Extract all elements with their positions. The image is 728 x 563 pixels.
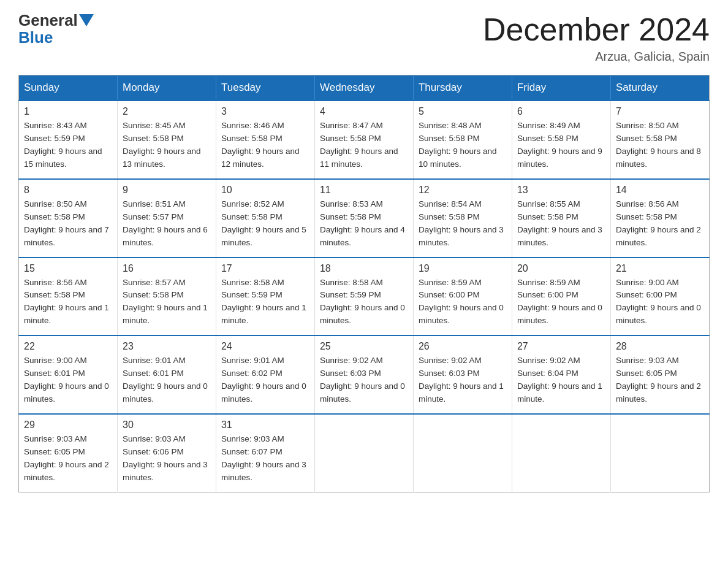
day-info: Sunrise: 8:46 AMSunset: 5:58 PMDaylight:… — [221, 120, 309, 171]
day-number: 31 — [221, 419, 309, 431]
day-info: Sunrise: 8:50 AMSunset: 5:58 PMDaylight:… — [616, 120, 704, 171]
weekday-header-tuesday: Tuesday — [216, 75, 314, 101]
day-number: 10 — [221, 185, 309, 196]
day-info: Sunrise: 8:52 AMSunset: 5:58 PMDaylight:… — [221, 198, 309, 250]
day-number: 29 — [24, 419, 112, 431]
weekday-header-wednesday: Wednesday — [314, 75, 413, 101]
day-info: Sunrise: 8:45 AMSunset: 5:58 PMDaylight:… — [123, 120, 211, 171]
day-info: Sunrise: 8:49 AMSunset: 5:58 PMDaylight:… — [517, 120, 605, 171]
day-number: 5 — [419, 106, 507, 117]
day-info: Sunrise: 8:59 AMSunset: 6:00 PMDaylight:… — [517, 277, 605, 328]
calendar-cell: 29 Sunrise: 9:03 AMSunset: 6:05 PMDaylig… — [19, 414, 118, 492]
day-info: Sunrise: 9:03 AMSunset: 6:05 PMDaylight:… — [24, 433, 112, 484]
day-info: Sunrise: 8:55 AMSunset: 5:58 PMDaylight:… — [517, 198, 605, 250]
calendar-cell: 20 Sunrise: 8:59 AMSunset: 6:00 PMDaylig… — [512, 258, 610, 336]
calendar-cell: 24 Sunrise: 9:01 AMSunset: 6:02 PMDaylig… — [216, 335, 314, 414]
day-number: 16 — [123, 263, 211, 274]
day-number: 26 — [419, 341, 507, 352]
day-info: Sunrise: 8:56 AMSunset: 5:58 PMDaylight:… — [616, 198, 704, 250]
calendar-cell: 2 Sunrise: 8:45 AMSunset: 5:58 PMDayligh… — [117, 101, 216, 179]
calendar-cell: 8 Sunrise: 8:50 AMSunset: 5:58 PMDayligh… — [19, 179, 118, 258]
calendar-cell: 28 Sunrise: 9:03 AMSunset: 6:05 PMDaylig… — [610, 335, 709, 414]
calendar-cell: 6 Sunrise: 8:49 AMSunset: 5:58 PMDayligh… — [512, 101, 610, 179]
day-number: 4 — [320, 106, 408, 117]
calendar-cell: 25 Sunrise: 9:02 AMSunset: 6:03 PMDaylig… — [314, 335, 413, 414]
calendar-table: SundayMondayTuesdayWednesdayThursdayFrid… — [18, 75, 710, 492]
calendar-cell: 7 Sunrise: 8:50 AMSunset: 5:58 PMDayligh… — [610, 101, 709, 179]
calendar-cell: 19 Sunrise: 8:59 AMSunset: 6:00 PMDaylig… — [413, 258, 512, 336]
day-number: 28 — [616, 341, 704, 352]
calendar-cell: 4 Sunrise: 8:47 AMSunset: 5:58 PMDayligh… — [314, 101, 413, 179]
day-number: 30 — [123, 419, 211, 431]
day-info: Sunrise: 8:48 AMSunset: 5:58 PMDaylight:… — [419, 120, 507, 171]
weekday-header-saturday: Saturday — [610, 75, 709, 101]
calendar-week-row: 29 Sunrise: 9:03 AMSunset: 6:05 PMDaylig… — [19, 414, 710, 492]
day-info: Sunrise: 9:03 AMSunset: 6:06 PMDaylight:… — [123, 433, 211, 484]
calendar-cell: 31 Sunrise: 9:03 AMSunset: 6:07 PMDaylig… — [216, 414, 314, 492]
calendar-cell: 23 Sunrise: 9:01 AMSunset: 6:01 PMDaylig… — [117, 335, 216, 414]
day-number: 8 — [24, 185, 112, 196]
weekday-header-sunday: Sunday — [19, 75, 118, 101]
day-info: Sunrise: 8:53 AMSunset: 5:58 PMDaylight:… — [320, 198, 408, 250]
day-info: Sunrise: 9:01 AMSunset: 6:01 PMDaylight:… — [123, 354, 211, 406]
weekday-header-thursday: Thursday — [413, 75, 512, 101]
day-info: Sunrise: 8:47 AMSunset: 5:58 PMDaylight:… — [320, 120, 408, 171]
day-number: 3 — [221, 106, 309, 117]
page-header: General Blue December 2024 Arzua, Galici… — [18, 12, 710, 64]
calendar-cell: 11 Sunrise: 8:53 AMSunset: 5:58 PMDaylig… — [314, 179, 413, 258]
day-number: 25 — [320, 341, 408, 352]
day-number: 9 — [123, 185, 211, 196]
day-info: Sunrise: 8:43 AMSunset: 5:59 PMDaylight:… — [24, 120, 112, 171]
weekday-header-row: SundayMondayTuesdayWednesdayThursdayFrid… — [19, 75, 710, 101]
day-number: 24 — [221, 341, 309, 352]
calendar-cell: 17 Sunrise: 8:58 AMSunset: 5:59 PMDaylig… — [216, 258, 314, 336]
calendar-cell — [610, 414, 709, 492]
day-number: 2 — [123, 106, 211, 117]
day-number: 15 — [24, 263, 112, 274]
logo-triangle-icon — [79, 14, 94, 26]
calendar-cell: 21 Sunrise: 9:00 AMSunset: 6:00 PMDaylig… — [610, 258, 709, 336]
calendar-cell: 16 Sunrise: 8:57 AMSunset: 5:58 PMDaylig… — [117, 258, 216, 336]
calendar-cell: 30 Sunrise: 9:03 AMSunset: 6:06 PMDaylig… — [117, 414, 216, 492]
day-number: 13 — [517, 185, 605, 196]
day-info: Sunrise: 8:54 AMSunset: 5:58 PMDaylight:… — [419, 198, 507, 250]
logo-blue: Blue — [18, 28, 53, 47]
day-info: Sunrise: 8:59 AMSunset: 6:00 PMDaylight:… — [419, 277, 507, 328]
day-info: Sunrise: 8:58 AMSunset: 5:59 PMDaylight:… — [221, 277, 309, 328]
day-number: 27 — [517, 341, 605, 352]
calendar-cell: 27 Sunrise: 9:02 AMSunset: 6:04 PMDaylig… — [512, 335, 610, 414]
day-info: Sunrise: 9:02 AMSunset: 6:04 PMDaylight:… — [517, 354, 605, 406]
calendar-cell: 3 Sunrise: 8:46 AMSunset: 5:58 PMDayligh… — [216, 101, 314, 179]
day-info: Sunrise: 8:58 AMSunset: 5:59 PMDaylight:… — [320, 277, 408, 328]
day-number: 20 — [517, 263, 605, 274]
calendar-cell — [512, 414, 610, 492]
day-info: Sunrise: 9:00 AMSunset: 6:00 PMDaylight:… — [616, 277, 704, 328]
day-number: 6 — [517, 106, 605, 117]
calendar-cell: 12 Sunrise: 8:54 AMSunset: 5:58 PMDaylig… — [413, 179, 512, 258]
day-info: Sunrise: 9:01 AMSunset: 6:02 PMDaylight:… — [221, 354, 309, 406]
day-number: 18 — [320, 263, 408, 274]
logo-general: General — [18, 12, 78, 28]
day-info: Sunrise: 8:50 AMSunset: 5:58 PMDaylight:… — [24, 198, 112, 250]
day-info: Sunrise: 8:51 AMSunset: 5:57 PMDaylight:… — [123, 198, 211, 250]
calendar-cell: 14 Sunrise: 8:56 AMSunset: 5:58 PMDaylig… — [610, 179, 709, 258]
calendar-week-row: 15 Sunrise: 8:56 AMSunset: 5:58 PMDaylig… — [19, 258, 710, 336]
day-info: Sunrise: 8:57 AMSunset: 5:58 PMDaylight:… — [123, 277, 211, 328]
calendar-cell: 22 Sunrise: 9:00 AMSunset: 6:01 PMDaylig… — [19, 335, 118, 414]
month-title: December 2024 — [483, 12, 710, 47]
day-number: 12 — [419, 185, 507, 196]
day-number: 1 — [24, 106, 112, 117]
weekday-header-friday: Friday — [512, 75, 610, 101]
location: Arzua, Galicia, Spain — [483, 50, 710, 64]
weekday-header-monday: Monday — [117, 75, 216, 101]
day-number: 17 — [221, 263, 309, 274]
calendar-cell: 5 Sunrise: 8:48 AMSunset: 5:58 PMDayligh… — [413, 101, 512, 179]
calendar-cell: 9 Sunrise: 8:51 AMSunset: 5:57 PMDayligh… — [117, 179, 216, 258]
calendar-cell — [314, 414, 413, 492]
day-info: Sunrise: 9:03 AMSunset: 6:07 PMDaylight:… — [221, 433, 309, 484]
calendar-cell: 1 Sunrise: 8:43 AMSunset: 5:59 PMDayligh… — [19, 101, 118, 179]
day-number: 19 — [419, 263, 507, 274]
calendar-week-row: 22 Sunrise: 9:00 AMSunset: 6:01 PMDaylig… — [19, 335, 710, 414]
day-number: 23 — [123, 341, 211, 352]
day-number: 7 — [616, 106, 704, 117]
